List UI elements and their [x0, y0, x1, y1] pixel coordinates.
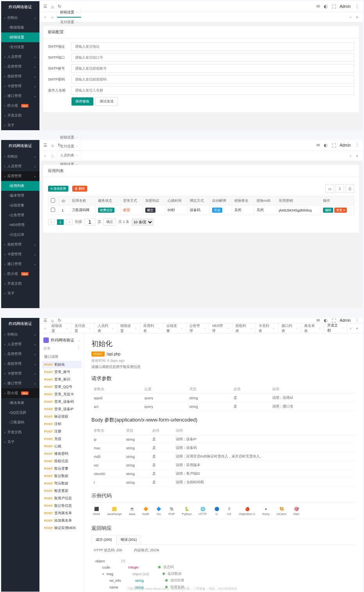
fullscreen-icon[interactable]: ⛶ — [332, 4, 336, 9]
sidebar-item[interactable]: ▫卡密管理⌄ — [1, 249, 39, 259]
sidebar-item[interactable]: ▫云端变量 — [1, 201, 39, 210]
message-icon[interactable]: ✉ — [316, 143, 320, 148]
close-icon[interactable]: × — [273, 326, 275, 330]
tabs-next-icon[interactable]: » — [347, 326, 354, 330]
close-icon[interactable]: × — [76, 154, 78, 157]
tabs-menu-icon[interactable]: ▾ — [354, 154, 360, 158]
sidebar-item[interactable]: ▫关于 — [1, 289, 39, 298]
doc-nav-item[interactable]: POST登录_QQ号 — [42, 383, 82, 391]
sidebar-item[interactable]: ▫控制台⌄ — [1, 330, 39, 339]
doc-nav-item[interactable]: POST授权信息 — [42, 457, 82, 465]
sidebar-item[interactable]: ▫关于 — [1, 437, 39, 447]
theme-icon[interactable]: ◐ — [324, 4, 328, 9]
form-input[interactable] — [71, 86, 354, 95]
sidebar-item[interactable]: ▫授权管理⌄ — [1, 359, 39, 369]
sidebar-item[interactable]: ▫应用管理⌄ — [1, 349, 39, 359]
sidebar-item[interactable]: ▫人员管理⌄ — [1, 161, 39, 171]
sidebar-item[interactable]: ▫防火墙new — [1, 388, 39, 398]
lang-option[interactable]: 🎯Dart — [293, 506, 299, 516]
form-input[interactable] — [71, 42, 354, 51]
doc-nav-item[interactable]: POST注销 — [42, 420, 82, 428]
doc-nav-item[interactable]: POST添加黑名单 — [42, 517, 82, 524]
menu-icon[interactable]: ☰ — [43, 143, 47, 148]
close-icon[interactable]: × — [181, 326, 183, 330]
add-app-button[interactable]: ⊕ 添加应用 — [48, 186, 68, 192]
tabs-prev-icon[interactable]: « — [42, 154, 48, 158]
more-button[interactable]: 更多 ▾ — [334, 208, 347, 213]
sidebar-item[interactable]: ▫授权管理⌄ — [1, 240, 39, 249]
doc-nav-item[interactable]: POST查询黑名单 — [42, 509, 82, 517]
sidebar-item[interactable]: ▫防火墙new — [1, 101, 39, 111]
sidebar-item[interactable]: ▫人员管理⌄ — [1, 52, 39, 62]
close-icon[interactable]: × — [112, 326, 114, 330]
row-checkbox[interactable] — [51, 208, 55, 212]
doc-nav-item[interactable]: POST登录_设备IP — [42, 405, 82, 413]
tab[interactable]: 邮箱设置× — [57, 133, 81, 142]
response-tab[interactable]: 错误 (201) — [116, 535, 141, 544]
form-input[interactable] — [71, 53, 354, 62]
sidebar-item[interactable]: ▫应用管理⌄ — [1, 171, 39, 181]
doc-nav-item[interactable]: POST取云数据 — [42, 472, 82, 480]
home-icon[interactable]: ⌂ — [51, 143, 54, 148]
lang-option[interactable]: 🔵C — [214, 506, 219, 516]
sidebar-item[interactable]: ▫开发文档 — [1, 427, 39, 437]
page-prev[interactable]: ‹ — [48, 219, 55, 225]
more-icon[interactable]: ⋮ — [355, 143, 359, 148]
doc-nav-item[interactable]: POST充值 — [42, 435, 82, 443]
lang-option[interactable]: 🌐HTTP — [199, 506, 207, 516]
doc-nav-item[interactable]: POST验证授权 — [42, 413, 82, 420]
home-icon[interactable]: ⌂ — [51, 4, 54, 9]
select-all-checkbox[interactable] — [51, 198, 55, 203]
sidebar-item[interactable]: ▫日志记录 — [1, 230, 39, 240]
lang-option[interactable]: 🔷Go — [156, 506, 161, 516]
page-next[interactable]: › — [66, 219, 73, 225]
lang-option[interactable]: ☕Java — [128, 506, 135, 516]
menu-icon[interactable]: ☰ — [43, 318, 47, 323]
per-page-select[interactable]: 10 条/页 — [132, 219, 153, 226]
form-input[interactable] — [71, 75, 354, 84]
sidebar-item[interactable]: ▫应用管理⌄ — [1, 62, 39, 72]
tab-home[interactable]: ⌂ — [48, 152, 57, 160]
tab[interactable]: 邮箱设置× — [57, 8, 81, 18]
doc-nav-item[interactable]: POST写云数据 — [42, 480, 82, 487]
doc-nav-item[interactable]: POST验证应用MD5 — [42, 524, 82, 532]
tab[interactable]: 人员列表× — [57, 151, 81, 160]
tabs-prev-icon[interactable]: « — [42, 15, 48, 19]
save-button[interactable]: 保存修改 — [71, 97, 93, 106]
doc-nav-item[interactable]: POST心跳 — [42, 443, 82, 450]
tabs-prev-icon[interactable]: « — [42, 326, 48, 330]
sidebar-item[interactable]: ▫防火墙new — [1, 269, 39, 279]
sidebar-item[interactable]: ▫卡密管理⌄ — [1, 369, 39, 379]
sidebar-item[interactable]: ▫控制台⌄ — [1, 13, 39, 23]
form-input[interactable] — [71, 64, 354, 73]
sidebar-item[interactable]: ▫接口管理⌄ — [1, 91, 39, 101]
edit-button[interactable]: 编辑 — [323, 208, 333, 213]
sidebar-item[interactable]: ▫MD5管理 — [1, 220, 39, 230]
close-icon[interactable]: × — [158, 326, 160, 330]
close-icon[interactable]: × — [319, 326, 321, 330]
sidebar-item[interactable]: ▫版本管理 — [1, 191, 39, 201]
test-send-button[interactable]: 测试发送 — [95, 97, 118, 106]
sidebar-item[interactable]: ▫接口管理⌄ — [1, 259, 39, 269]
message-icon[interactable]: ✉ — [316, 4, 320, 9]
doc-cat-menu-icon[interactable]: ⋮ — [77, 346, 80, 351]
sidebar-item[interactable]: ▫接口管理⌄ — [1, 379, 39, 388]
close-icon[interactable]: × — [204, 326, 206, 330]
tabs-menu-icon[interactable]: ▾ — [354, 15, 360, 19]
sidebar-item[interactable]: ▫开发文档 — [1, 111, 39, 120]
doc-nav-item[interactable]: POST登录_设备码 — [42, 398, 82, 405]
goto-confirm[interactable]: 确定 — [103, 218, 116, 226]
lang-option[interactable]: 🔶Swift — [142, 506, 149, 516]
doc-nav-item[interactable]: POST初始化 — [42, 361, 82, 368]
doc-nav-item[interactable]: POST登录_标识 — [42, 376, 82, 383]
lang-option[interactable]: 🟨JavaScript — [107, 506, 121, 516]
tab[interactable]: 支付设置× — [57, 142, 81, 151]
sidebar-item[interactable]: ▫开发文档 — [1, 279, 39, 289]
sidebar-item[interactable]: ▫人员管理⌄ — [1, 339, 39, 349]
sidebar-item[interactable]: ▫QQ交流群 — [1, 408, 39, 418]
sidebar-item[interactable]: ▫关于 — [1, 120, 39, 130]
close-icon[interactable]: × — [250, 326, 252, 330]
sidebar-item[interactable]: ▫授权管理⌄ — [1, 72, 39, 81]
lang-option[interactable]: #C# — [227, 506, 232, 516]
print-icon[interactable]: ⎙ — [346, 184, 354, 193]
